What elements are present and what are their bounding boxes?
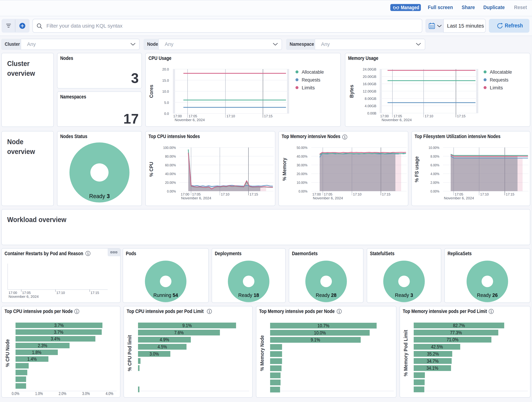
- svg-text:Ready 28: Ready 28: [316, 292, 336, 298]
- svg-text:9.1%: 9.1%: [182, 323, 192, 328]
- svg-text:Allocatable: Allocatable: [490, 70, 512, 75]
- svg-text:35.2%: 35.2%: [427, 351, 439, 357]
- svg-text:17:05: 17:05: [192, 192, 201, 196]
- svg-text:8.00GB: 8.00GB: [365, 96, 376, 101]
- svg-text:Bytes: Bytes: [349, 85, 354, 98]
- svg-text:12.00GB: 12.00GB: [363, 89, 376, 93]
- svg-text:17:00: 17:00: [380, 114, 389, 118]
- svg-text:17:00: 17:00: [173, 114, 182, 118]
- svg-text:17:15: 17:15: [264, 114, 272, 118]
- svg-text:% CPU: % CPU: [148, 162, 154, 177]
- svg-text:Ready 3: Ready 3: [395, 292, 413, 298]
- svg-text:17:15: 17:15: [457, 114, 466, 118]
- svg-text:0.0%: 0.0%: [12, 391, 19, 396]
- svg-text:34.1%: 34.1%: [426, 365, 438, 371]
- svg-text:3.0%: 3.0%: [150, 351, 159, 357]
- svg-text:17:05: 17:05: [455, 192, 463, 196]
- svg-text:80.00%: 80.00%: [165, 154, 176, 158]
- svg-text:17:05: 17:05: [189, 114, 197, 118]
- svg-text:17:00: 17:00: [312, 192, 321, 196]
- svg-text:17:10: 17:10: [480, 192, 489, 196]
- svg-text:Ready 3: Ready 3: [89, 193, 110, 199]
- svg-text:% Memory Node: % Memory Node: [259, 335, 265, 371]
- svg-text:Cores: Cores: [148, 85, 154, 98]
- svg-text:Limits: Limits: [490, 85, 503, 90]
- svg-text:4.5%: 4.5%: [158, 344, 167, 350]
- svg-text:0.00B: 0.00B: [367, 111, 376, 115]
- svg-text:8.00%: 8.00%: [431, 154, 439, 158]
- svg-text:30.00%: 30.00%: [297, 163, 307, 167]
- svg-text:November 6, 2024: November 6, 2024: [9, 294, 39, 299]
- svg-text:17:15: 17:15: [91, 291, 99, 295]
- svg-text:20.0: 20.0: [162, 67, 169, 71]
- svg-text:2.0%: 2.0%: [59, 391, 66, 396]
- svg-text:0.00%: 0.00%: [167, 189, 176, 193]
- svg-text:4.9%: 4.9%: [160, 337, 169, 342]
- svg-text:100.00%: 100.00%: [163, 146, 176, 150]
- svg-text:9.1%: 9.1%: [311, 337, 320, 343]
- svg-text:20.00GB: 20.00GB: [363, 75, 376, 79]
- svg-text:10.00%: 10.00%: [297, 180, 307, 185]
- svg-text:2.3%: 2.3%: [38, 343, 47, 348]
- svg-text:20.00%: 20.00%: [297, 172, 307, 176]
- svg-text:4.00%: 4.00%: [431, 172, 439, 176]
- svg-text:November 6, 2024: November 6, 2024: [313, 196, 343, 200]
- svg-text:0.0: 0.0: [164, 112, 169, 115]
- svg-text:34.7%: 34.7%: [427, 358, 439, 364]
- svg-text:0.00%: 0.00%: [431, 189, 439, 193]
- svg-text:15.0: 15.0: [162, 78, 169, 82]
- svg-text:Requests: Requests: [302, 77, 320, 83]
- svg-text:17:05: 17:05: [324, 192, 332, 196]
- svg-text:4.0%: 4.0%: [106, 391, 113, 396]
- svg-text:17:10: 17:10: [56, 291, 65, 295]
- svg-text:Limits: Limits: [302, 85, 315, 90]
- svg-text:% Memory: % Memory: [281, 158, 287, 181]
- svg-text:1.4%: 1.4%: [27, 356, 37, 362]
- svg-text:% CPU Pod limit: % CPU Pod limit: [127, 335, 133, 371]
- svg-text:16.00GB: 16.00GB: [363, 82, 376, 86]
- svg-text:Allocatable: Allocatable: [302, 70, 324, 75]
- svg-text:10.00%: 10.00%: [429, 146, 439, 150]
- svg-text:17:15: 17:15: [382, 192, 391, 196]
- svg-text:77.3%: 77.3%: [450, 330, 462, 335]
- svg-text:5.0: 5.0: [164, 101, 169, 105]
- svg-text:50.00%: 50.00%: [297, 146, 307, 150]
- svg-text:17:10: 17:10: [425, 114, 433, 118]
- svg-text:2.00%: 2.00%: [431, 180, 439, 185]
- svg-text:% FS usage: % FS usage: [414, 156, 419, 182]
- svg-text:0.00%: 0.00%: [298, 189, 307, 193]
- svg-text:% Memory Pod Limit: % Memory Pod Limit: [403, 330, 408, 376]
- svg-text:17:00: 17:00: [181, 192, 189, 196]
- svg-text:November 6, 2024: November 6, 2024: [382, 118, 412, 122]
- svg-text:10.0: 10.0: [162, 89, 169, 93]
- svg-text:17:10: 17:10: [353, 192, 361, 196]
- svg-text:60.00%: 60.00%: [165, 163, 176, 167]
- svg-text:Ready 18: Ready 18: [238, 292, 259, 298]
- svg-text:10.7%: 10.7%: [317, 323, 329, 328]
- svg-text:Requests: Requests: [490, 77, 508, 83]
- svg-text:4.00GB: 4.00GB: [365, 104, 376, 108]
- svg-text:17:15: 17:15: [249, 192, 258, 196]
- svg-text:71.0%: 71.0%: [447, 337, 459, 342]
- svg-text:17:10: 17:10: [227, 114, 235, 118]
- svg-text:November 6, 2024: November 6, 2024: [175, 118, 205, 122]
- svg-text:82.7%: 82.7%: [453, 323, 465, 328]
- svg-text:November 6, 2024: November 6, 2024: [181, 196, 211, 200]
- svg-text:10.0%: 10.0%: [314, 330, 326, 336]
- svg-text:20.00%: 20.00%: [165, 180, 176, 185]
- svg-text:3.0%: 3.0%: [82, 391, 90, 396]
- svg-text:1.8%: 1.8%: [32, 350, 41, 355]
- svg-text:% CPU Node: % CPU Node: [5, 339, 10, 367]
- svg-text:7.6%: 7.6%: [174, 330, 184, 335]
- svg-text:17:00: 17:00: [9, 291, 17, 295]
- svg-text:17:10: 17:10: [221, 192, 229, 196]
- svg-text:42.5%: 42.5%: [431, 344, 443, 350]
- svg-text:40.00%: 40.00%: [165, 172, 176, 176]
- svg-text:Running 54: Running 54: [153, 292, 178, 298]
- svg-text:17:05: 17:05: [22, 291, 31, 295]
- svg-text:17:15: 17:15: [506, 192, 514, 196]
- svg-text:1.0%: 1.0%: [35, 391, 43, 396]
- svg-text:Ready 26: Ready 26: [477, 292, 498, 298]
- svg-text:3.4%: 3.4%: [51, 336, 60, 341]
- svg-text:17:05: 17:05: [393, 114, 402, 118]
